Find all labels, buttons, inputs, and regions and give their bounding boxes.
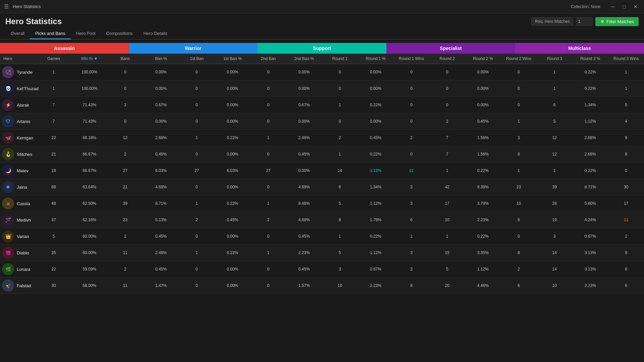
req-matches-input[interactable] [576,17,593,25]
col-header-r3pct[interactable]: Round 3 % [573,54,608,64]
table-cell: 0.45% [358,130,394,146]
table-cell: 1.34% [358,179,394,195]
table-row: 👑Varian560.00%20.45%00.00%00.45%10.22%11… [0,228,644,245]
close-button[interactable]: ✕ [631,2,640,11]
hero-avatar: 🦅 [2,280,14,292]
col-header-r1wins[interactable]: Round 1 Wins [393,54,429,64]
hero-cell: 💀Kel'Thuzad [0,80,36,97]
table-cell: 8 [501,245,537,261]
menu-icon[interactable]: ☰ [4,3,9,10]
col-header-ban2pct[interactable]: 2nd Ban % [286,54,322,64]
table-cell: 0 [107,80,143,97]
table-cell: 2.68% [573,146,608,163]
col-header-bans[interactable]: Bans [107,54,143,64]
restore-button[interactable]: □ [620,2,629,11]
col-header-ban2[interactable]: 2nd Ban [251,54,286,64]
col-header-ban1[interactable]: 1st Ban [179,54,215,64]
table-row: ⚔Cassia4862.50%398.71%10.22%18.48%51.12%… [0,195,644,212]
table-cell: 20 [429,278,465,294]
table-cell: 22 [36,261,72,278]
table-cell: 0 [251,278,286,294]
hero-name: Medivh [17,218,31,223]
table-cell: 0.22% [358,97,394,113]
table-cell: 1 [537,80,573,97]
table-cell: 17 [429,195,465,212]
table-cell: 7 [36,113,72,130]
table-cell: 0.00% [215,179,251,195]
filter-icon: ▼ [600,19,604,24]
hero-name: Jaina [17,185,27,190]
table-cell: 0 [429,80,465,97]
tab-hero-pool[interactable]: Hero Pool [71,28,101,39]
tab-hero-details[interactable]: Hero Details [138,28,173,39]
table-row: 😈Diablo3560.00%112.46%10.22%12.23%51.12%… [0,245,644,261]
table-cell: 1 [537,64,573,80]
table-cell: 0.00% [465,97,501,113]
col-header-r3[interactable]: Round 3 [537,54,573,64]
role-btn-specialist[interactable]: Specialist [386,43,515,54]
filter-matches-button[interactable]: ▼ Filter Matches [595,17,639,26]
table-cell: 0.22% [215,245,251,261]
table-cell: 4.69% [143,179,179,195]
table-cell: 42 [429,179,465,195]
col-header-winpct[interactable]: Win % ▼ [71,54,107,64]
table-row: 🏹Tyrande1100.00%00.00%00.00%00.00%00.00%… [0,64,644,80]
table-cell: 4.24% [573,212,608,228]
minimize-button[interactable]: ─ [608,2,617,11]
table-cell: 0.00% [215,261,251,278]
role-btn-assassin[interactable]: Assassin [0,43,129,54]
tab-compositions[interactable]: Compositions [101,28,138,39]
hero-name: Diablo [17,250,29,255]
col-header-r1[interactable]: Round 1 [322,54,358,64]
table-cell: 1 [501,113,537,130]
role-btn-warrior[interactable]: Warrior [129,43,258,54]
table-cell: 0 [179,146,215,163]
hero-avatar: 💀 [2,82,14,95]
table-cell: 0.22% [358,228,394,245]
role-btn-multiclass[interactable]: Multiclass [515,43,644,54]
table-cell: 1 [179,130,215,146]
table-cell: 62.50% [71,195,107,212]
table-cell: 5 [608,97,644,113]
table-cell: 0 [251,64,286,80]
table-cell: 1 [322,97,358,113]
table-cell: 0.00% [215,113,251,130]
col-header-hero[interactable]: Hero [0,54,36,64]
hero-stats-table: HeroGamesWin % ▼BansBan %1st Ban1st Ban … [0,54,644,294]
role-btn-support[interactable]: Support [258,43,386,54]
table-cell: 0 [501,64,537,80]
col-header-r3wins[interactable]: Round 3 Wins [608,54,644,64]
table-cell: 1 [36,80,72,97]
hero-name: Alarak [17,103,29,108]
col-header-r1pct[interactable]: Round 1 % [358,54,394,64]
table-cell: 2 [251,212,286,228]
table-cell: 3.79% [465,195,501,212]
table-cell: 7 [429,146,465,163]
col-header-ban1pct[interactable]: 1st Ban % [215,54,251,64]
col-header-r2[interactable]: Round 2 [429,54,465,64]
table-cell: 0 [393,113,429,130]
table-row: 💀Kel'Thuzad1100.00%00.00%00.00%00.00%00.… [0,80,644,97]
table-container: HeroGamesWin % ▼BansBan %1st Ban1st Ban … [0,54,644,294]
col-header-games[interactable]: Games [36,54,72,64]
tab-overall[interactable]: Overall [5,28,30,39]
table-cell: 35 [36,245,72,261]
table-cell: 3.13% [573,245,608,261]
table-cell: 14 [537,261,573,278]
col-header-r2pct[interactable]: Round 2 % [465,54,501,64]
table-cell: 0 [107,64,143,80]
table-cell: 9 [608,245,644,261]
table-cell: 22 [36,130,72,146]
table-cell: 0.67% [573,228,608,245]
table-row: 🦅Falstad3058.00%111.47%00.00%01.57%102.2… [0,278,644,294]
table-cell: 60.00% [71,245,107,261]
col-header-r2wins[interactable]: Round 2 Wins [501,54,537,64]
table-cell: 2 [322,130,358,146]
header-controls: Req. Hero Matches ▼ Filter Matches [531,17,639,26]
table-cell: 7 [36,97,72,113]
hero-avatar: 🌙 [2,165,14,177]
table-cell: 3 [107,97,143,113]
col-header-banpct[interactable]: Ban % [143,54,179,64]
tab-picks-bans[interactable]: Picks and Bans [30,28,71,39]
table-cell: 0.67% [358,261,394,278]
